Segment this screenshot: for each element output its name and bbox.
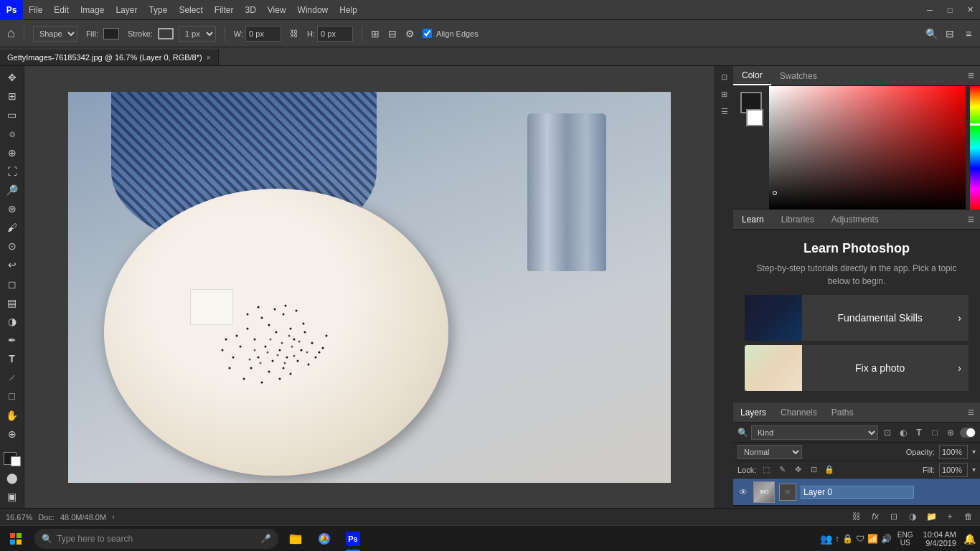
tray-icon-network[interactable]: ↑ — [835, 534, 839, 544]
filter-kind-select[interactable]: Kind — [751, 425, 878, 440]
delete-layer-icon[interactable]: 🗑 — [961, 509, 976, 524]
fg-bg-colors[interactable] — [2, 451, 22, 468]
zoom-tool[interactable]: ⊕ — [2, 425, 22, 443]
path-arrangement-icon[interactable]: ⚙ — [402, 27, 417, 41]
hue-bar[interactable] — [970, 86, 980, 209]
tab-layers[interactable]: Layers — [733, 402, 773, 422]
lock-all-icon[interactable]: 🔒 — [824, 464, 835, 476]
fx-icon[interactable]: fx — [868, 509, 882, 524]
hand-tool[interactable]: ✋ — [2, 407, 22, 424]
tray-icon-wifi[interactable]: 📶 — [867, 534, 878, 544]
tab-paths[interactable]: Paths — [824, 402, 861, 422]
stroke-swatch[interactable] — [158, 28, 174, 39]
toolbar-home[interactable]: ⌂ — [4, 24, 18, 42]
tab-adjustments[interactable]: Adjustments — [823, 209, 887, 229]
learn-panel-options[interactable]: ≡ — [962, 213, 980, 226]
gradient-tool[interactable]: ▤ — [2, 294, 22, 311]
blend-mode-select[interactable]: Normal — [738, 445, 802, 459]
pen-tool[interactable]: ✒ — [2, 331, 22, 349]
color-spectrum[interactable] — [769, 86, 966, 209]
menu-image[interactable]: Image — [75, 0, 110, 19]
add-adjustment-icon[interactable]: ◑ — [905, 509, 920, 524]
workspace-icon[interactable]: ⊟ — [943, 27, 957, 41]
panel-icon-1[interactable]: ⊡ — [717, 69, 732, 85]
tab-color[interactable]: Color — [733, 66, 771, 85]
tray-icon-antivirus[interactable]: 🛡 — [856, 534, 864, 544]
brush-tool[interactable]: 🖌 — [2, 219, 22, 236]
minimize-button[interactable]: ─ — [920, 0, 940, 20]
opacity-input[interactable] — [939, 445, 968, 459]
tab-libraries[interactable]: Libraries — [773, 209, 823, 229]
add-layer-icon[interactable]: + — [943, 509, 957, 524]
canvas-area[interactable] — [24, 66, 715, 508]
menu-window[interactable]: Window — [292, 0, 334, 19]
add-group-icon[interactable]: 📁 — [924, 509, 938, 524]
menu-3d[interactable]: 3D — [239, 0, 261, 19]
menu-help[interactable]: Help — [334, 0, 363, 19]
menu-filter[interactable]: Filter — [209, 0, 240, 19]
screen-mode[interactable]: ▣ — [2, 488, 22, 505]
tab-swatches[interactable]: Swatches — [771, 66, 826, 85]
tray-icon-speaker[interactable]: 🔒 — [842, 534, 853, 544]
start-button[interactable] — [0, 526, 32, 552]
move-tool[interactable]: ✥ — [2, 69, 22, 86]
history-brush-tool[interactable]: ↩ — [2, 256, 22, 273]
filter-shape-icon[interactable]: □ — [928, 426, 941, 439]
shape-mode-select[interactable]: Shape Path Pixels — [33, 26, 77, 42]
lock-artboard-icon[interactable]: ⊡ — [808, 464, 819, 476]
heal-tool[interactable]: ⊛ — [2, 200, 22, 217]
color-gradient-picker[interactable] — [769, 86, 980, 209]
taskbar-search-box[interactable]: 🔍 Type here to search 🎤 — [34, 529, 278, 549]
menu-type[interactable]: Type — [143, 0, 173, 19]
fill-input[interactable] — [939, 463, 968, 477]
eyedropper-tool[interactable]: 🔎 — [2, 182, 22, 199]
add-mask-icon[interactable]: ⊡ — [887, 509, 901, 524]
taskbar-app-explorer[interactable] — [281, 526, 310, 552]
layer-name-input[interactable] — [801, 486, 914, 499]
document-tab[interactable]: GettyImages-76185342.jpg @ 16.7% (Layer … — [0, 50, 219, 65]
stroke-width-select[interactable]: 1 px — [179, 26, 216, 42]
taskbar-app-chrome[interactable] — [310, 526, 339, 552]
dodge-tool[interactable]: ◑ — [2, 313, 22, 330]
link-layers-icon[interactable]: ⛓ — [849, 509, 864, 524]
path-alignment-icon[interactable]: ⊟ — [385, 27, 400, 41]
layers-panel-options[interactable]: ≡ — [962, 406, 980, 419]
menu-file[interactable]: File — [23, 0, 48, 19]
maximize-button[interactable]: □ — [940, 0, 960, 20]
status-arrow[interactable]: › — [112, 513, 114, 521]
width-input[interactable] — [245, 26, 281, 42]
lasso-tool[interactable]: ⌾ — [2, 125, 22, 142]
crop-tool[interactable]: ⛶ — [2, 163, 22, 180]
background-color-swatch[interactable] — [746, 109, 763, 126]
filter-toggle[interactable] — [960, 428, 976, 438]
lock-pixels-icon[interactable]: ✎ — [776, 464, 788, 476]
filter-adjust-icon[interactable]: ◐ — [897, 426, 910, 439]
filter-type-icon[interactable]: T — [913, 426, 925, 439]
background-color[interactable] — [11, 456, 21, 466]
menu-select[interactable]: Select — [173, 0, 208, 19]
panel-icon-3[interactable]: ☰ — [717, 103, 732, 119]
notifications-icon[interactable]: 🔔 — [963, 533, 976, 545]
color-panel-options[interactable]: ≡ — [962, 70, 980, 83]
taskbar-app-photoshop[interactable]: Ps — [339, 526, 367, 552]
lock-transparent-icon[interactable]: ⬚ — [760, 464, 772, 476]
tray-icon-people[interactable]: 👥 — [820, 533, 832, 545]
document-tab-close[interactable]: × — [207, 54, 211, 62]
path-operations-icon[interactable]: ⊞ — [368, 27, 382, 41]
path-select-tool[interactable]: ⟋ — [2, 369, 22, 386]
align-edges-checkbox[interactable] — [423, 29, 432, 38]
eraser-tool[interactable]: ◻ — [2, 276, 22, 293]
height-input[interactable] — [317, 26, 353, 42]
tutorial-fix-photo[interactable]: Fix a photo › — [745, 345, 969, 391]
panel-icon-2[interactable]: ⊞ — [717, 86, 732, 102]
quick-mask-toggle[interactable]: ⬤ — [2, 469, 22, 486]
shape-tool[interactable]: □ — [2, 387, 22, 405]
type-tool[interactable]: T — [2, 350, 22, 367]
menu-edit[interactable]: Edit — [48, 0, 75, 19]
search-panel-icon[interactable]: 🔍 — [924, 27, 938, 41]
tutorial-fundamental-skills[interactable]: Fundamental Skills › — [745, 295, 969, 341]
tab-learn[interactable]: Learn — [733, 209, 773, 229]
menu-view[interactable]: View — [262, 0, 292, 19]
link-aspect-icon[interactable]: ⛓ — [287, 27, 301, 41]
document-canvas[interactable] — [68, 92, 671, 483]
